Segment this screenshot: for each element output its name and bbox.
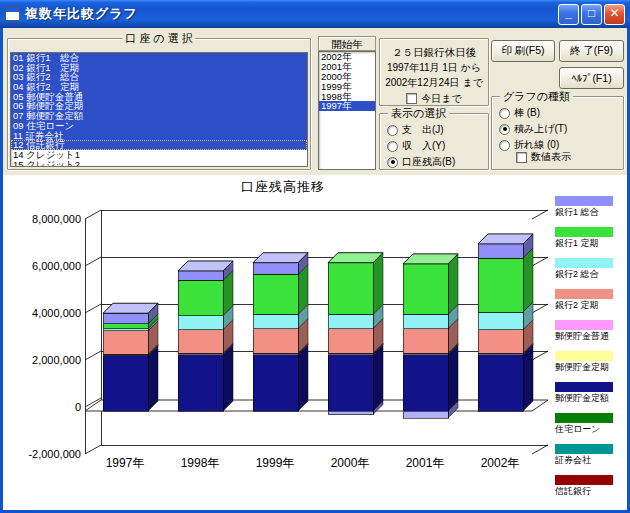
bar-2000年: 2000年 [328,253,383,470]
display-option-radio[interactable] [387,125,398,136]
legend-item: 銀行2 総合 [555,258,627,289]
legend-label: 郵便貯金定期 [555,361,627,373]
form-icon [5,7,20,21]
graph-options: 棒 (B)積み上げ(T)折れ線 (0) [499,105,621,153]
graph-option-row: 棒 (B) [499,105,621,121]
legend-swatch [555,320,613,330]
display-option-row: 口座残高(B) [387,154,486,170]
bar-1998年: 1998年 [178,261,233,470]
legend-swatch [555,413,613,423]
until-today-checkbox[interactable] [406,93,417,104]
legend-item: 証券会社 [555,444,627,475]
bar-2001年: 2001年 [403,254,458,470]
legend-label: 郵便貯金定額 [555,392,627,404]
display-options: 支 出(J)収 入(Y)口座残高(B) [387,122,486,170]
help-button[interactable]: ﾍﾙﾌﾟ(F1) [559,67,624,89]
titlebar: 複数年比較グラフ _ □ ✕ [0,0,630,28]
legend-label: 銀行1 定期 [555,237,627,249]
app-window: 複数年比較グラフ _ □ ✕ 口 座 の 選 択 01 銀行1 総合02 銀行1… [0,0,630,513]
svg-text:8,000,000: 8,000,000 [32,213,81,225]
account-listbox[interactable]: 01 銀行1 総合02 銀行1 定期03 銀行2 総合04 銀行2 定期05 郵… [10,52,308,167]
bar-2002年: 2002年 [478,234,533,470]
legend-item: 信託銀行 [555,475,627,506]
display-select-title: 表示の選択 [388,106,449,121]
start-year-listbox[interactable]: 2002年2001年2000年1999年1998年1997年 [318,51,376,170]
legend-swatch [555,258,613,268]
graph-option-row: 積み上げ(T) [499,121,621,137]
chart-panel: 口座残高推移 8,000,0006,000,0004,000,0002,000,… [3,175,627,510]
maximize-button[interactable]: □ [581,4,602,25]
svg-text:-2,000,000: -2,000,000 [28,448,81,460]
legend-item: 郵便貯金普通 [555,320,627,351]
account-selection-frame: 口 座 の 選 択 01 銀行1 総合02 銀行1 定期03 銀行2 総合04 … [7,38,311,170]
svg-text:4,000,000: 4,000,000 [32,307,81,319]
svg-text:6,000,000: 6,000,000 [32,260,81,272]
graph-option-label: 棒 (B) [514,106,540,120]
window-title: 複数年比較グラフ [25,5,138,23]
account-frame-title: 口 座 の 選 択 [122,31,195,46]
svg-text:0: 0 [75,401,81,413]
legend-swatch [555,444,613,454]
legend-label: 住宅ローン [555,423,627,435]
display-option-row: 支 出(J) [387,122,486,138]
display-option-label: 口座残高(B) [402,155,455,169]
legend-label: 証券会社 [555,454,627,466]
graph-option-label: 積み上げ(T) [514,122,567,136]
date-note: ２５日銀行休日後 [380,45,488,60]
graph-option-radio[interactable] [499,108,510,119]
legend-label: 郵便貯金普通 [555,330,627,342]
legend-swatch [555,227,613,237]
svg-text:1999年: 1999年 [256,456,295,470]
legend-label: 信託銀行 [555,485,627,497]
svg-text:1998年: 1998年 [181,456,220,470]
legend-item: 銀行2 定期 [555,289,627,320]
svg-text:2002年: 2002年 [481,456,520,470]
display-option-label: 支 出(J) [402,123,444,137]
date-range-panel: ２５日銀行休日後 1997年11月 1日 から 2002年12月24日 まで 今… [379,38,489,106]
until-today-label: 今日まで [421,91,461,106]
account-list-item[interactable]: 15 クレジット2 [11,160,307,167]
graph-type-title: グラフの種類 [500,89,573,104]
controls-panel: 口 座 の 選 択 01 銀行1 総合02 銀行1 定期03 銀行2 総合04 … [3,28,627,175]
display-option-radio[interactable] [387,157,398,168]
graph-type-frame: グラフの種類 棒 (B)積み上げ(T)折れ線 (0) 数値表示 [491,96,624,170]
legend-label: 銀行1 総合 [555,206,627,218]
legend-swatch [555,196,613,206]
legend-item: 郵便貯金定額 [555,382,627,413]
value-display-row: 数値表示 [516,150,571,164]
legend-swatch [555,382,613,392]
graph-option-radio[interactable] [499,140,510,151]
until-today-row: 今日まで [380,91,488,106]
print-button[interactable]: 印 刷(F5) [491,40,555,62]
date-to: 2002年12月24日 まで [380,75,488,90]
exit-button[interactable]: 終 了(F9) [559,40,624,62]
value-display-label: 数値表示 [531,150,571,164]
start-year-header: 開始年 [318,36,376,51]
stacked-bar-chart: 8,000,0006,000,0004,000,0002,000,0000-2,… [3,175,555,510]
svg-text:2000年: 2000年 [331,456,370,470]
bar-1999年: 1999年 [253,253,308,470]
legend-swatch [555,289,613,299]
graph-option-radio[interactable] [499,124,510,135]
legend-swatch [555,351,613,361]
value-display-checkbox[interactable] [516,152,527,163]
legend-swatch [555,475,613,485]
svg-text:2,000,000: 2,000,000 [32,354,81,366]
svg-text:1997年: 1997年 [106,456,145,470]
display-select-frame: 表示の選択 支 出(J)収 入(Y)口座残高(B) [379,113,489,170]
display-option-label: 収 入(Y) [402,139,445,153]
legend-label: 銀行2 定期 [555,299,627,311]
legend-item: 銀行1 総合 [555,196,627,227]
display-option-radio[interactable] [387,141,398,152]
display-option-row: 収 入(Y) [387,138,486,154]
chart-legend: 銀行1 総合銀行1 定期銀行2 総合銀行2 定期郵便貯金普通郵便貯金定期郵便貯金… [555,196,627,506]
legend-item: 郵便貯金定期 [555,351,627,382]
minimize-button[interactable]: _ [558,4,579,25]
year-list-item[interactable]: 1997年 [319,101,375,111]
date-from: 1997年11月 1日 から [380,60,488,75]
start-year-group: 開始年 2002年2001年2000年1999年1998年1997年 [318,36,376,170]
close-button[interactable]: ✕ [604,4,625,25]
svg-text:2001年: 2001年 [406,456,445,470]
legend-item: 住宅ローン [555,413,627,444]
legend-item: 銀行1 定期 [555,227,627,258]
